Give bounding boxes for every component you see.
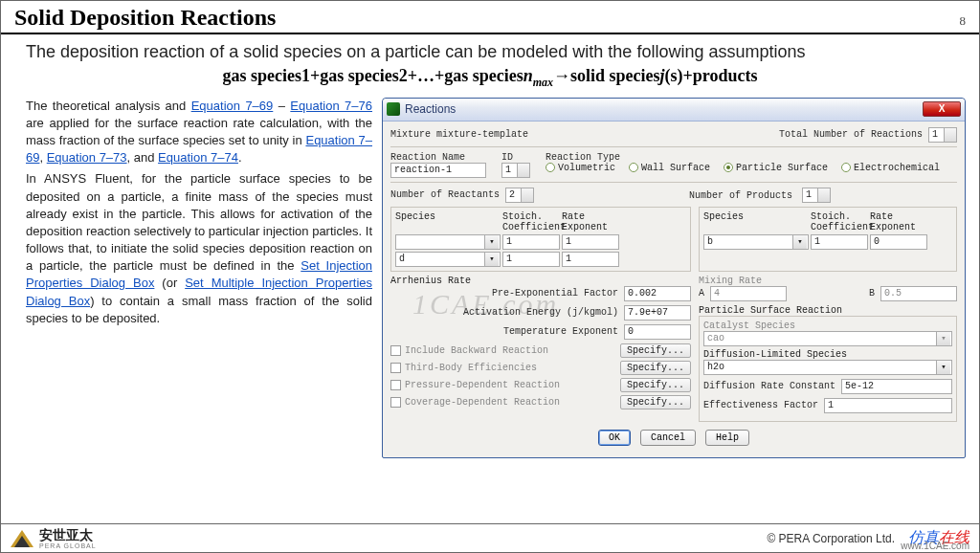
chk-third-body-label: Third-Body Efficiencies [405,363,537,373]
reaction-name-label: Reaction Name [390,152,496,163]
temp-exp-label: Temperature Exponent [390,326,618,337]
chk-backward[interactable] [390,345,401,356]
link-eq-7-73[interactable]: Equation 7–73 [47,150,127,165]
psr-title: Particle Surface Reaction [699,305,957,316]
dls-label: Diffusion-Limited Species [703,349,952,360]
reaction-type-label: Reaction Type [546,152,957,163]
body-text: The theoretical analysis and Equation 7–… [26,98,372,458]
reactant-rate-1[interactable]: 1 [562,234,619,250]
link-eq-7-69[interactable]: Equation 7–69 [191,99,274,113]
id-input[interactable]: 1 [501,163,530,178]
eff-input[interactable]: 1 [824,398,952,413]
link-eq-7-74[interactable]: Equation 7–74 [158,150,238,165]
act-energy-input[interactable]: 7.9e+07 [624,305,691,321]
reactant-species-2[interactable]: d [395,252,501,267]
specify-pressure[interactable]: Specify... [620,378,691,392]
mixing-b-input: 0.5 [880,286,957,301]
product-stoich-header: Stoich. Coefficient [811,211,868,232]
reactant-stoich-header: Stoich. Coefficient [502,211,560,232]
id-label: ID [501,152,540,163]
chk-third-body[interactable] [390,363,401,373]
num-products-input[interactable]: 1 [802,188,831,203]
app-icon [387,102,400,116]
chk-pressure[interactable] [390,380,401,390]
mixture-value: mixture-template [436,129,528,140]
site-url: www.1CAE.com [901,541,969,551]
chk-coverage[interactable] [390,397,401,408]
reactant-rate-2[interactable]: 1 [562,252,619,267]
chk-coverage-label: Coverage-Dependent Reaction [405,397,560,408]
num-products-label: Number of Products [689,189,792,200]
drc-input[interactable]: 5e-12 [841,379,952,394]
dls-input[interactable]: h2o [703,360,952,375]
catalyst-label: Catalyst Species [703,321,952,331]
help-button[interactable]: Help [705,430,749,446]
specify-coverage[interactable]: Specify... [620,395,691,409]
reaction-name-input[interactable]: reaction-1 [390,163,486,178]
mixing-b-label: B [869,288,875,299]
pre-exp-label: Pre-Exponential Factor [390,288,618,299]
specify-third-body[interactable]: Specify... [620,361,691,375]
num-reactants-label: Number of Reactants [390,189,500,200]
act-energy-label: Activation Energy (j/kgmol) [390,307,618,318]
pera-logo: 安世亚太 PERA GLOBAL [11,527,97,549]
product-rate-1[interactable]: 0 [870,234,927,250]
ok-button[interactable]: OK [598,430,631,446]
product-rate-header: Rate Exponent [870,211,927,232]
reaction-equation: gas species1+gas species2+…+gas speciesn… [1,66,979,90]
reactant-stoich-2[interactable]: 1 [502,252,560,267]
radio-particle-surface[interactable]: Particle Surface [724,163,828,173]
total-reactions-label: Total Number of Reactions [779,129,923,140]
slide-header: Solid Deposition Reactions 8 [1,1,979,34]
reactant-species-header: Species [395,211,501,232]
product-species-header: Species [703,211,809,232]
drc-label: Diffusion Rate Constant [703,381,835,391]
product-species-1[interactable]: b [703,234,809,250]
logo-triangle-icon [11,530,33,547]
radio-electrochemical[interactable]: Electrochemical [841,163,940,173]
chk-backward-label: Include Backward Reaction [405,345,548,356]
reactions-dialog: Reactions X Mixture mixture-template Tot… [382,98,966,458]
temp-exp-input[interactable]: 0 [624,324,691,340]
reactant-rate-header: Rate Exponent [562,211,619,232]
mixing-a-input: 4 [710,286,787,301]
intro-text: The deposition reaction of a solid speci… [26,42,954,62]
slide-footer: 安世亚太 PERA GLOBAL © PERA Corporation Ltd.… [1,523,979,552]
copyright: © PERA Corporation Ltd. [767,532,895,545]
brand-en: PERA GLOBAL [39,542,97,549]
arrhenius-title: Arrhenius Rate [390,276,691,286]
close-button[interactable]: X [923,101,961,117]
radio-wall-surface[interactable]: Wall Surface [629,163,710,173]
mixing-rate-title: Mixing Rate [699,276,957,286]
dialog-titlebar[interactable]: Reactions X [383,99,965,122]
catalyst-input: cao [703,331,952,346]
reactant-species-1[interactable] [395,234,501,250]
slide-title: Solid Deposition Reactions [14,5,276,31]
cancel-button[interactable]: Cancel [640,430,696,446]
mixture-label: Mixture [390,129,431,140]
link-eq-7-76[interactable]: Equation 7–76 [290,99,372,113]
eff-label: Effectiveness Factor [703,400,818,410]
mixing-a-label: A [699,288,704,299]
specify-backward[interactable]: Specify... [620,343,691,358]
page-number: 8 [960,13,967,29]
reactant-stoich-1[interactable]: 1 [502,234,560,250]
product-stoich-1[interactable]: 1 [811,234,868,250]
num-reactants-input[interactable]: 2 [505,188,534,203]
dialog-title: Reactions [405,102,456,116]
chk-pressure-label: Pressure-Dependent Reaction [405,380,560,390]
pre-exp-input[interactable]: 0.002 [624,286,691,301]
radio-volumetric[interactable]: Volumetric [546,163,615,173]
total-reactions-input[interactable]: 1 [928,127,957,143]
